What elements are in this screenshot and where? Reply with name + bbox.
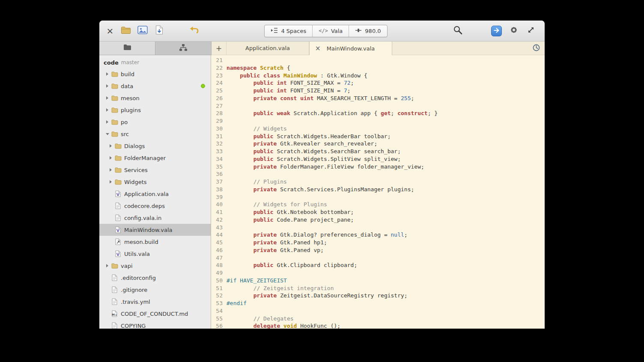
modified-badge	[201, 84, 205, 88]
file-icon: M↓	[111, 310, 118, 317]
project-header[interactable]: code master	[99, 57, 211, 68]
tree-item-label: meson.build	[124, 239, 158, 245]
open-file-button[interactable]	[119, 24, 132, 38]
project-branch: master	[121, 59, 139, 65]
svg-text:M↓: M↓	[112, 313, 117, 317]
window-close-button[interactable]: ×	[104, 27, 116, 35]
tree-item-po[interactable]: po	[99, 116, 211, 128]
language-button[interactable]: </> Vala	[313, 25, 349, 37]
tree-item-codecore.deps[interactable]: codecore.deps	[99, 200, 211, 212]
code-line-40: 40 // Widgets for Plugins	[211, 201, 545, 208]
tree-item-label: po	[121, 119, 128, 125]
expander-collapsed-icon[interactable]	[107, 156, 114, 160]
line-number: 48	[211, 261, 227, 269]
code-line-44: 44 private Gtk.Dialog? preferences_dialo…	[211, 231, 545, 239]
code-line-41: 41 public Gtk.Notebook bottombar;	[211, 208, 545, 216]
line-number: 47	[211, 254, 227, 262]
tree-item-CODE_OF_CONDUCT.md[interactable]: M↓CODE_OF_CONDUCT.md	[99, 308, 211, 320]
file-sidebar: code master builddatamesonpluginsposrcDi…	[99, 55, 211, 329]
editor-settings-group: 4 Spaces </> Vala 980.0	[264, 25, 387, 37]
tree-item-src[interactable]: src	[99, 128, 211, 140]
code-line-22: 22namespace Scratch {	[211, 64, 545, 72]
code-line-21: 21	[211, 56, 545, 64]
tree-item-.travis.yml[interactable]: .travis.yml	[99, 296, 211, 308]
tree-item-config.vala.in[interactable]: config.vala.in	[99, 212, 211, 224]
tree-item-MainWindow.vala[interactable]: VMainWindow.vala	[99, 224, 211, 236]
tree-item-plugins[interactable]: plugins	[99, 104, 211, 116]
tree-item-label: .travis.yml	[121, 299, 150, 305]
expander-collapsed-icon[interactable]	[107, 180, 114, 184]
tree-item-Services[interactable]: Services	[99, 164, 211, 176]
templates-button[interactable]	[153, 24, 166, 38]
code-line-35: 35 private FolderManager.FileView folder…	[211, 163, 545, 171]
settings-button[interactable]	[507, 24, 521, 38]
code-text: private const uint MAX_SEARCH_TEXT_LENGT…	[227, 95, 414, 102]
tab-mainwindow-vala[interactable]: × MainWindow.vala	[309, 42, 392, 55]
folder-icon	[114, 143, 122, 149]
new-tab-button[interactable]: +	[212, 42, 226, 55]
code-line-23: 23 public class MainWindow : Gtk.Window …	[211, 72, 545, 80]
indent-width-button[interactable]: 4 Spaces	[265, 25, 313, 37]
zoom-level-button[interactable]: 980.0	[349, 25, 387, 37]
code-text: // Widgets for Plugins	[227, 201, 327, 208]
tree-item-meson[interactable]: meson	[99, 92, 211, 104]
tree-item-COPYING[interactable]: COPYING	[99, 320, 211, 329]
tree-item-Widgets[interactable]: Widgets	[99, 176, 211, 188]
code-line-34: 34 public Scratch.Widgets.SplitView spli…	[211, 155, 545, 163]
tree-item-.editorconfig[interactable]: .editorconfig	[99, 272, 211, 284]
outline-icon	[179, 44, 188, 53]
expander-collapsed-icon[interactable]	[107, 168, 114, 172]
code-editor[interactable]: 2122namespace Scratch {23 public class M…	[211, 55, 545, 329]
history-button[interactable]	[528, 42, 545, 55]
line-number: 56	[211, 322, 227, 329]
expander-collapsed-icon[interactable]	[104, 84, 111, 88]
tree-item-.gitignore[interactable]: .gitignore	[99, 284, 211, 296]
line-number: 29	[211, 117, 227, 125]
tree-item-Dialogs[interactable]: Dialogs	[99, 140, 211, 152]
file-icon	[114, 214, 122, 221]
zoom-level-label: 980.0	[365, 28, 381, 34]
search-button[interactable]	[451, 24, 465, 38]
tree-item-Utils.vala[interactable]: VUtils.vala	[99, 248, 211, 260]
tab-strip: + Application.vala × MainWindow.vala	[99, 42, 545, 55]
tree-item-Application.vala[interactable]: VApplication.vala	[99, 188, 211, 200]
file-icon	[114, 238, 122, 245]
expander-collapsed-icon[interactable]	[107, 144, 114, 148]
headerbar-right	[451, 24, 540, 38]
sidebar-tab-outline[interactable]	[155, 42, 212, 55]
expander-collapsed-icon[interactable]	[104, 120, 111, 124]
line-number: 50	[211, 277, 227, 285]
expander-collapsed-icon[interactable]	[104, 264, 111, 267]
line-number: 37	[211, 178, 227, 186]
line-number: 39	[211, 193, 227, 201]
save-as-button[interactable]	[136, 24, 149, 38]
tab-label: MainWindow.vala	[327, 45, 375, 52]
tree-item-meson.build[interactable]: meson.build	[99, 236, 211, 248]
code-brackets-icon: </>	[319, 28, 328, 34]
tab-close-icon[interactable]: ×	[315, 45, 321, 52]
code-text: private Gtk.Paned vp;	[227, 246, 324, 254]
tree-item-build[interactable]: build	[99, 68, 211, 80]
revert-button[interactable]	[188, 24, 201, 38]
expander-collapsed-icon[interactable]	[104, 72, 111, 76]
tree-item-label: data	[121, 83, 133, 89]
code-line-53: 53#endif	[211, 300, 545, 307]
expander-collapsed-icon[interactable]	[104, 108, 111, 112]
tree-item-FolderManager[interactable]: FolderManager	[99, 152, 211, 164]
line-number: 46	[211, 246, 227, 254]
expander-collapsed-icon[interactable]	[104, 96, 111, 100]
code-text: public Code.Pane project_pane;	[227, 216, 354, 224]
share-button[interactable]	[491, 26, 502, 36]
code-text: public Gtk.Clipboard clipboard;	[227, 261, 357, 269]
tree-item-label: MainWindow.vala	[124, 227, 172, 233]
fullscreen-button[interactable]	[524, 24, 538, 38]
tree-item-data[interactable]: data	[99, 80, 211, 92]
tab-bar-filler	[392, 42, 528, 55]
tree-item-vapi[interactable]: vapi	[99, 260, 211, 272]
tab-application-vala[interactable]: Application.vala	[226, 42, 309, 55]
expander-expanded-icon[interactable]	[104, 133, 111, 135]
code-text: public Scratch.Widgets.SplitView split_v…	[227, 155, 401, 163]
tree-item-label: CODE_OF_CONDUCT.md	[121, 311, 188, 317]
line-number: 54	[211, 307, 227, 315]
sidebar-tab-files[interactable]	[99, 42, 155, 55]
